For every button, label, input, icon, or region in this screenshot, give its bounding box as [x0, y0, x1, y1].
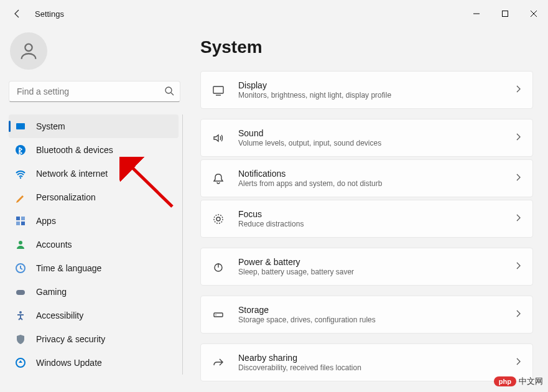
- chevron-right-icon: [514, 261, 522, 273]
- sidebar-item-wifi[interactable]: Network & internet: [9, 162, 179, 185]
- main-panel: System DisplayMonitors, brightness, nigh…: [187, 27, 548, 392]
- sidebar-item-gaming[interactable]: Gaming: [9, 280, 179, 304]
- window-controls: [462, 4, 548, 24]
- card-subtitle: Volume levels, output, input, sound devi…: [238, 139, 514, 147]
- sidebar-item-accessibility[interactable]: Accessibility: [9, 304, 179, 327]
- apps-icon: [15, 215, 26, 226]
- card-sound[interactable]: SoundVolume levels, output, input, sound…: [200, 119, 533, 157]
- svg-point-22: [216, 217, 220, 221]
- nav-list: SystemBluetooth & devicesNetwork & inter…: [9, 114, 183, 375]
- sidebar-item-label: Apps: [36, 216, 56, 226]
- sidebar-item-label: System: [36, 121, 65, 131]
- svg-line-6: [171, 93, 174, 95]
- maximize-button[interactable]: [491, 4, 519, 24]
- sidebar-item-label: Accounts: [36, 240, 72, 250]
- titlebar: Settings: [0, 0, 548, 27]
- sidebar-item-brush[interactable]: Personalization: [9, 185, 179, 209]
- brush-icon: [15, 192, 26, 203]
- sidebar-item-label: Personalization: [36, 192, 96, 202]
- sidebar-item-system[interactable]: System: [9, 114, 179, 138]
- chevron-right-icon: [514, 309, 522, 320]
- sidebar-item-shield[interactable]: Privacy & security: [9, 327, 179, 351]
- power-icon: [212, 261, 225, 273]
- card-title: Focus: [238, 209, 514, 219]
- chevron-right-icon: [514, 357, 522, 368]
- update-icon: [15, 357, 26, 368]
- chevron-right-icon: [514, 213, 522, 225]
- svg-point-21: [214, 215, 223, 223]
- sidebar-item-update[interactable]: Windows Update: [9, 351, 179, 375]
- card-subtitle: Storage space, drives, configuration rul…: [238, 315, 514, 324]
- svg-rect-13: [21, 222, 25, 225]
- minimize-icon: [473, 11, 480, 17]
- chevron-right-icon: [514, 85, 522, 96]
- card-subtitle: Sleep, battery usage, battery saver: [238, 268, 514, 276]
- svg-rect-11: [21, 217, 25, 220]
- sidebar-item-label: Accessibility: [36, 310, 83, 320]
- svg-point-26: [215, 314, 216, 315]
- card-bell[interactable]: NotificationsAlerts from apps and system…: [200, 159, 533, 197]
- svg-rect-7: [16, 123, 25, 129]
- card-subtitle: Monitors, brightness, night light, displ…: [238, 91, 514, 100]
- sidebar-item-label: Privacy & security: [36, 334, 105, 344]
- card-title: Notifications: [238, 169, 514, 179]
- svg-rect-19: [213, 86, 223, 93]
- card-title: Sound: [238, 128, 514, 138]
- page-title: System: [200, 37, 533, 57]
- sidebar: SystemBluetooth & devicesNetwork & inter…: [0, 27, 187, 392]
- svg-rect-25: [214, 313, 223, 317]
- account-icon: [15, 239, 26, 250]
- gaming-icon: [15, 286, 26, 297]
- user-icon: [18, 40, 39, 62]
- chevron-right-icon: [514, 173, 522, 184]
- card-title: Storage: [238, 305, 514, 315]
- svg-rect-12: [16, 222, 20, 225]
- accessibility-icon: [15, 310, 26, 321]
- sidebar-item-clock[interactable]: Time & language: [9, 256, 179, 280]
- svg-point-5: [165, 87, 172, 93]
- maximize-icon: [502, 11, 508, 17]
- sidebar-item-account[interactable]: Accounts: [9, 233, 179, 256]
- focus-icon: [212, 213, 225, 225]
- svg-point-14: [19, 241, 22, 245]
- sidebar-item-apps[interactable]: Apps: [9, 209, 179, 233]
- card-subtitle: Alerts from apps and system, do not dist…: [238, 179, 514, 188]
- card-focus[interactable]: FocusReduce distractions: [200, 200, 533, 238]
- back-button[interactable]: [5, 1, 30, 26]
- bluetooth-icon: [15, 144, 26, 156]
- display-icon: [212, 84, 225, 96]
- search-input[interactable]: [9, 81, 180, 102]
- svg-point-4: [25, 44, 32, 51]
- window-title: Settings: [35, 9, 64, 19]
- search-icon: [164, 86, 174, 98]
- svg-point-9: [20, 177, 21, 179]
- share-icon: [212, 357, 225, 369]
- card-title: Display: [238, 80, 514, 90]
- card-display[interactable]: DisplayMonitors, brightness, night light…: [200, 71, 533, 109]
- card-power[interactable]: Power & batterySleep, battery usage, bat…: [200, 248, 533, 286]
- sound-icon: [212, 132, 225, 144]
- svg-rect-1: [503, 11, 508, 17]
- sidebar-item-label: Gaming: [36, 287, 67, 297]
- shield-icon: [15, 334, 26, 345]
- avatar[interactable]: [10, 32, 47, 70]
- card-share[interactable]: Nearby sharingDiscoverability, received …: [200, 343, 533, 381]
- sidebar-item-label: Network & internet: [36, 169, 108, 179]
- svg-rect-10: [16, 217, 20, 220]
- sidebar-item-bluetooth[interactable]: Bluetooth & devices: [9, 138, 179, 162]
- clock-icon: [15, 263, 26, 274]
- svg-rect-16: [16, 290, 25, 295]
- card-title: Nearby sharing: [238, 353, 514, 363]
- arrow-left-icon: [12, 9, 22, 19]
- card-title: Power & battery: [238, 257, 514, 267]
- chevron-right-icon: [514, 133, 522, 144]
- close-icon: [531, 11, 537, 17]
- close-button[interactable]: [519, 4, 548, 24]
- card-storage[interactable]: StorageStorage space, drives, configurat…: [200, 296, 533, 334]
- wifi-icon: [15, 168, 26, 179]
- minimize-button[interactable]: [462, 4, 491, 24]
- search-box: [9, 81, 180, 102]
- card-subtitle: Reduce distractions: [238, 220, 514, 228]
- storage-icon: [212, 309, 225, 321]
- svg-point-17: [19, 311, 22, 314]
